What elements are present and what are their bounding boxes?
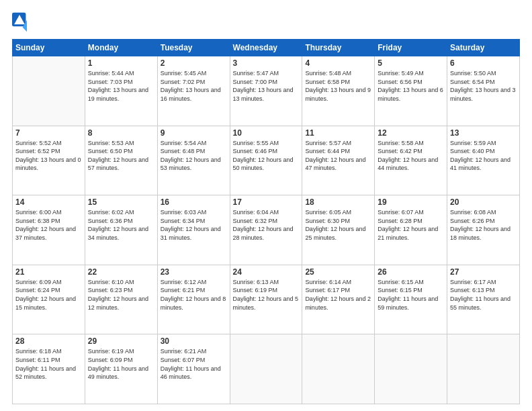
day-number: 23 xyxy=(161,267,227,277)
day-number: 16 xyxy=(161,197,227,207)
logo xyxy=(12,12,30,32)
day-info: Sunrise: 6:14 AMSunset: 6:17 PMDaylight:… xyxy=(305,278,371,312)
day-info: Sunrise: 6:02 AMSunset: 6:36 PMDaylight:… xyxy=(88,208,154,242)
calendar-cell: 9 Sunrise: 5:54 AMSunset: 6:48 PMDayligh… xyxy=(157,126,230,195)
day-number: 6 xyxy=(450,58,517,68)
calendar-cell: 11 Sunrise: 5:57 AMSunset: 6:44 PMDaylig… xyxy=(302,126,375,195)
calendar-cell: 28 Sunrise: 6:18 AMSunset: 6:11 PMDaylig… xyxy=(13,334,85,404)
weekday-header-sunday: Sunday xyxy=(13,40,85,56)
calendar-cell: 22 Sunrise: 6:10 AMSunset: 6:23 PMDaylig… xyxy=(85,265,157,334)
day-info: Sunrise: 6:07 AMSunset: 6:28 PMDaylight:… xyxy=(378,208,444,242)
calendar-cell: 15 Sunrise: 6:02 AMSunset: 6:36 PMDaylig… xyxy=(85,195,157,265)
calendar-cell: 10 Sunrise: 5:55 AMSunset: 6:46 PMDaylig… xyxy=(230,126,302,195)
day-number: 8 xyxy=(88,128,154,138)
logo-icon xyxy=(12,12,27,32)
calendar-cell: 19 Sunrise: 6:07 AMSunset: 6:28 PMDaylig… xyxy=(375,195,447,265)
calendar-cell: 4 Sunrise: 5:48 AMSunset: 6:58 PMDayligh… xyxy=(302,56,375,126)
day-info: Sunrise: 5:48 AMSunset: 6:58 PMDaylight:… xyxy=(305,69,371,103)
calendar-cell: 7 Sunrise: 5:52 AMSunset: 6:52 PMDayligh… xyxy=(13,126,85,195)
header xyxy=(12,12,520,32)
weekday-header-wednesday: Wednesday xyxy=(230,40,302,56)
calendar-cell: 2 Sunrise: 5:45 AMSunset: 7:02 PMDayligh… xyxy=(157,56,230,126)
calendar-cell: 24 Sunrise: 6:13 AMSunset: 6:19 PMDaylig… xyxy=(230,265,302,334)
calendar-week-2: 7 Sunrise: 5:52 AMSunset: 6:52 PMDayligh… xyxy=(13,126,520,195)
calendar-cell: 5 Sunrise: 5:49 AMSunset: 6:56 PMDayligh… xyxy=(375,56,447,126)
day-info: Sunrise: 5:57 AMSunset: 6:44 PMDaylight:… xyxy=(305,139,371,173)
calendar-cell xyxy=(375,334,447,404)
day-number: 12 xyxy=(378,128,444,138)
day-info: Sunrise: 6:17 AMSunset: 6:13 PMDaylight:… xyxy=(450,278,517,312)
day-info: Sunrise: 6:18 AMSunset: 6:11 PMDaylight:… xyxy=(15,347,82,381)
day-info: Sunrise: 6:21 AMSunset: 6:07 PMDaylight:… xyxy=(161,347,227,381)
day-number: 7 xyxy=(15,128,82,138)
day-number: 27 xyxy=(450,267,517,277)
day-info: Sunrise: 6:10 AMSunset: 6:23 PMDaylight:… xyxy=(88,278,154,312)
day-info: Sunrise: 5:44 AMSunset: 7:03 PMDaylight:… xyxy=(88,69,154,103)
day-info: Sunrise: 5:50 AMSunset: 6:54 PMDaylight:… xyxy=(450,69,517,103)
calendar-cell xyxy=(447,334,520,404)
day-info: Sunrise: 6:19 AMSunset: 6:09 PMDaylight:… xyxy=(88,347,154,381)
calendar-cell: 17 Sunrise: 6:04 AMSunset: 6:32 PMDaylig… xyxy=(230,195,302,265)
page: SundayMondayTuesdayWednesdayThursdayFrid… xyxy=(0,0,532,411)
calendar-cell: 6 Sunrise: 5:50 AMSunset: 6:54 PMDayligh… xyxy=(447,56,520,126)
calendar-cell: 18 Sunrise: 6:05 AMSunset: 6:30 PMDaylig… xyxy=(302,195,375,265)
calendar-week-1: 1 Sunrise: 5:44 AMSunset: 7:03 PMDayligh… xyxy=(13,56,520,126)
day-info: Sunrise: 6:04 AMSunset: 6:32 PMDaylight:… xyxy=(233,208,300,242)
day-number: 17 xyxy=(233,197,300,207)
day-info: Sunrise: 5:52 AMSunset: 6:52 PMDaylight:… xyxy=(15,139,82,173)
day-info: Sunrise: 5:58 AMSunset: 6:42 PMDaylight:… xyxy=(378,139,444,173)
day-info: Sunrise: 6:03 AMSunset: 6:34 PMDaylight:… xyxy=(161,208,227,242)
day-number: 18 xyxy=(305,197,371,207)
weekday-header-row: SundayMondayTuesdayWednesdayThursdayFrid… xyxy=(13,40,520,56)
day-number: 9 xyxy=(161,128,227,138)
calendar-cell: 21 Sunrise: 6:09 AMSunset: 6:24 PMDaylig… xyxy=(13,265,85,334)
day-number: 3 xyxy=(233,58,300,68)
day-number: 15 xyxy=(88,197,154,207)
calendar-week-5: 28 Sunrise: 6:18 AMSunset: 6:11 PMDaylig… xyxy=(13,334,520,404)
day-number: 4 xyxy=(305,58,371,68)
day-info: Sunrise: 6:12 AMSunset: 6:21 PMDaylight:… xyxy=(161,278,227,312)
weekday-header-friday: Friday xyxy=(375,40,447,56)
calendar-cell: 29 Sunrise: 6:19 AMSunset: 6:09 PMDaylig… xyxy=(85,334,157,404)
day-number: 25 xyxy=(305,267,371,277)
weekday-header-saturday: Saturday xyxy=(447,40,520,56)
day-number: 26 xyxy=(378,267,444,277)
calendar-week-3: 14 Sunrise: 6:00 AMSunset: 6:38 PMDaylig… xyxy=(13,195,520,265)
calendar-cell xyxy=(302,334,375,404)
weekday-header-tuesday: Tuesday xyxy=(157,40,230,56)
calendar-cell: 3 Sunrise: 5:47 AMSunset: 7:00 PMDayligh… xyxy=(230,56,302,126)
day-number: 22 xyxy=(88,267,154,277)
calendar-cell: 16 Sunrise: 6:03 AMSunset: 6:34 PMDaylig… xyxy=(157,195,230,265)
calendar-cell xyxy=(230,334,302,404)
day-number: 2 xyxy=(161,58,227,68)
day-number: 30 xyxy=(161,336,227,346)
calendar-week-4: 21 Sunrise: 6:09 AMSunset: 6:24 PMDaylig… xyxy=(13,265,520,334)
calendar-cell: 8 Sunrise: 5:53 AMSunset: 6:50 PMDayligh… xyxy=(85,126,157,195)
day-number: 29 xyxy=(88,336,154,346)
day-number: 1 xyxy=(88,58,154,68)
day-info: Sunrise: 6:05 AMSunset: 6:30 PMDaylight:… xyxy=(305,208,371,242)
day-info: Sunrise: 5:49 AMSunset: 6:56 PMDaylight:… xyxy=(378,69,444,103)
day-number: 21 xyxy=(15,267,82,277)
day-info: Sunrise: 5:54 AMSunset: 6:48 PMDaylight:… xyxy=(161,139,227,173)
day-info: Sunrise: 6:13 AMSunset: 6:19 PMDaylight:… xyxy=(233,278,300,312)
weekday-header-monday: Monday xyxy=(85,40,157,56)
calendar-table: SundayMondayTuesdayWednesdayThursdayFrid… xyxy=(12,39,520,404)
day-info: Sunrise: 6:09 AMSunset: 6:24 PMDaylight:… xyxy=(15,278,82,312)
day-number: 14 xyxy=(15,197,82,207)
day-number: 11 xyxy=(305,128,371,138)
day-info: Sunrise: 6:08 AMSunset: 6:26 PMDaylight:… xyxy=(450,208,517,242)
day-info: Sunrise: 5:47 AMSunset: 7:00 PMDaylight:… xyxy=(233,69,300,103)
calendar-cell: 14 Sunrise: 6:00 AMSunset: 6:38 PMDaylig… xyxy=(13,195,85,265)
day-info: Sunrise: 6:15 AMSunset: 6:15 PMDaylight:… xyxy=(378,278,444,312)
day-info: Sunrise: 5:45 AMSunset: 7:02 PMDaylight:… xyxy=(161,69,227,103)
calendar-cell: 30 Sunrise: 6:21 AMSunset: 6:07 PMDaylig… xyxy=(157,334,230,404)
day-number: 28 xyxy=(15,336,82,346)
day-number: 19 xyxy=(378,197,444,207)
calendar-cell xyxy=(13,56,85,126)
day-number: 13 xyxy=(450,128,517,138)
weekday-header-thursday: Thursday xyxy=(302,40,375,56)
day-info: Sunrise: 5:59 AMSunset: 6:40 PMDaylight:… xyxy=(450,139,517,173)
day-number: 24 xyxy=(233,267,300,277)
calendar-cell: 23 Sunrise: 6:12 AMSunset: 6:21 PMDaylig… xyxy=(157,265,230,334)
